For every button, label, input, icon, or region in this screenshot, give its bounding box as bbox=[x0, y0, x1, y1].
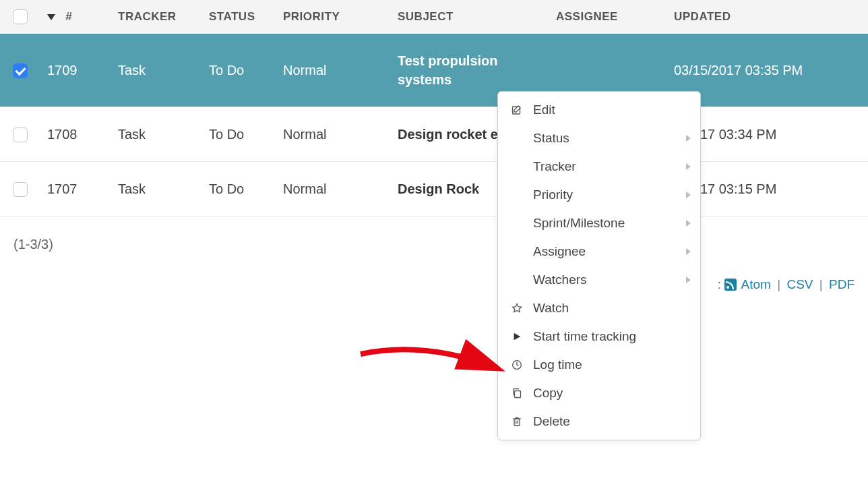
menu-item-tracker[interactable]: Tracker bbox=[498, 152, 700, 181]
cell-status: To Do bbox=[202, 34, 276, 107]
table-row[interactable]: 1707 Task To Do Normal Design Rock 5/201… bbox=[0, 162, 868, 216]
cell-status: To Do bbox=[202, 162, 276, 216]
feed-icon bbox=[724, 279, 737, 291]
table-header: # TRACKER STATUS PRIORITY SUBJECT ASSIGN… bbox=[0, 0, 868, 34]
svg-rect-2 bbox=[515, 391, 521, 398]
checkbox-icon[interactable] bbox=[13, 127, 28, 142]
cell-priority: Normal bbox=[276, 107, 391, 162]
play-icon bbox=[510, 330, 524, 343]
issues-table: # TRACKER STATUS PRIORITY SUBJECT ASSIGN… bbox=[0, 0, 868, 216]
cell-id: 1709 bbox=[40, 34, 111, 107]
menu-item-label: Sprint/Milestone bbox=[533, 216, 625, 231]
star-icon bbox=[510, 301, 524, 315]
menu-item-edit[interactable]: Edit bbox=[498, 96, 700, 124]
header-assignee[interactable]: ASSIGNEE bbox=[549, 0, 667, 34]
menu-item-label: Watch bbox=[533, 301, 569, 316]
cell-priority: Normal bbox=[276, 34, 391, 107]
cell-priority: Normal bbox=[276, 162, 391, 216]
menu-item-label: Priority bbox=[533, 187, 573, 202]
menu-item-start-time-tracking[interactable]: Start time tracking bbox=[498, 322, 700, 351]
cell-tracker: Task bbox=[111, 107, 202, 162]
cell-status: To Do bbox=[202, 107, 276, 162]
chevron-right-icon bbox=[686, 220, 691, 227]
header-id-label: # bbox=[65, 10, 72, 23]
export-prefix: : bbox=[718, 277, 721, 291]
checkbox-icon[interactable] bbox=[13, 9, 28, 24]
menu-item-copy[interactable]: Copy bbox=[498, 379, 700, 407]
header-tracker[interactable]: TRACKER bbox=[111, 0, 202, 34]
checkbox-icon[interactable] bbox=[13, 182, 28, 197]
chevron-right-icon bbox=[686, 135, 691, 142]
menu-item-log-time[interactable]: Log time bbox=[498, 351, 700, 379]
header-subject[interactable]: SUBJECT bbox=[391, 0, 549, 34]
menu-item-watchers[interactable]: Watchers bbox=[498, 266, 700, 294]
cell-id: 1707 bbox=[40, 162, 111, 216]
export-links: : Atom | CSV | PDF bbox=[718, 277, 855, 292]
page-range: (1-3/3) bbox=[13, 237, 855, 252]
menu-item-label: Copy bbox=[533, 386, 563, 401]
chevron-right-icon bbox=[686, 192, 691, 198]
header-select-all[interactable] bbox=[0, 0, 40, 34]
export-atom-link[interactable]: Atom bbox=[741, 277, 771, 291]
export-pdf-link[interactable]: PDF bbox=[829, 277, 855, 291]
clock-icon bbox=[510, 358, 524, 372]
checkbox-icon[interactable] bbox=[13, 63, 28, 78]
copy-icon bbox=[510, 386, 524, 400]
table-footer: (1-3/3) : Atom | CSV | PDF bbox=[0, 216, 868, 259]
cell-subject[interactable]: Design Rock bbox=[398, 181, 479, 196]
menu-item-label: Log time bbox=[533, 357, 582, 372]
chevron-right-icon bbox=[686, 248, 691, 255]
cell-tracker: Task bbox=[111, 162, 202, 216]
header-status[interactable]: STATUS bbox=[202, 0, 276, 34]
menu-item-watch[interactable]: Watch bbox=[498, 294, 700, 322]
edit-icon bbox=[510, 103, 524, 117]
cell-subject[interactable]: Test propulsion systems bbox=[398, 53, 498, 87]
menu-item-label: Status bbox=[533, 131, 569, 146]
menu-item-label: Edit bbox=[533, 103, 555, 117]
header-id[interactable]: # bbox=[40, 0, 111, 34]
table-row[interactable]: 1709 Task To Do Normal Test propulsion s… bbox=[0, 34, 868, 107]
menu-item-priority[interactable]: Priority bbox=[498, 181, 700, 209]
menu-item-status[interactable]: Status bbox=[498, 124, 700, 152]
sort-desc-icon bbox=[47, 14, 55, 20]
trash-icon bbox=[510, 415, 524, 428]
menu-item-label: Delete bbox=[533, 414, 570, 429]
export-csv-link[interactable]: CSV bbox=[786, 277, 813, 291]
menu-item-label: Watchers bbox=[533, 272, 587, 287]
header-priority[interactable]: PRIORITY bbox=[276, 0, 391, 34]
chevron-right-icon bbox=[686, 277, 691, 283]
table-row[interactable]: 1708 Task To Do Normal Design rocket eng… bbox=[0, 107, 868, 162]
chevron-right-icon bbox=[686, 163, 691, 170]
menu-item-sprint[interactable]: Sprint/Milestone bbox=[498, 209, 700, 237]
menu-item-label: Tracker bbox=[533, 159, 576, 174]
cell-id: 1708 bbox=[40, 107, 111, 162]
annotation-arrow-icon bbox=[357, 334, 512, 401]
cell-tracker: Task bbox=[111, 34, 202, 107]
menu-item-label: Start time tracking bbox=[533, 329, 636, 344]
menu-item-delete[interactable]: Delete bbox=[498, 407, 700, 436]
context-menu: Edit Status Tracker Priority Sprint/Mile… bbox=[497, 91, 701, 440]
menu-item-assignee[interactable]: Assignee bbox=[498, 237, 700, 266]
menu-item-label: Assignee bbox=[533, 244, 586, 259]
header-updated[interactable]: UPDATED bbox=[667, 0, 868, 34]
